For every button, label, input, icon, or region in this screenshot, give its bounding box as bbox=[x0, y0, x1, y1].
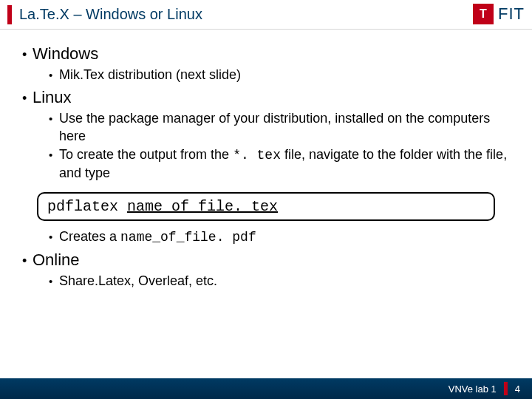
bullet-linux-cont: •Creates a name_of_file. pdf bbox=[22, 228, 510, 246]
bullet-dot: • bbox=[22, 254, 33, 267]
slide-title: La.Te.X – Windows or Linux bbox=[19, 6, 202, 23]
page-number: 4 bbox=[515, 383, 520, 395]
subbullet-text: Use the package manager of your distribu… bbox=[59, 110, 510, 145]
subbullet-miktex: •Mik.Tex distribution (next slide) bbox=[49, 66, 510, 83]
title-accent-bar bbox=[7, 5, 12, 24]
bullet-online-label: Online bbox=[33, 250, 80, 270]
subbullet-creates-pdf: •Creates a name_of_file. pdf bbox=[49, 228, 510, 246]
logo-letter: T bbox=[480, 7, 487, 21]
bullet-windows: •Windows •Mik.Tex distribution (next sli… bbox=[22, 44, 510, 83]
slide-footer: VNVe lab 1 4 bbox=[0, 378, 532, 399]
subbullet-create-output: •To create the output from the *. tex fi… bbox=[49, 146, 510, 182]
subbullet-text: Share.Latex, Overleaf, etc. bbox=[59, 273, 217, 290]
bullet-linux: •Linux •Use the package manager of your … bbox=[22, 88, 510, 182]
code-argument: name_of_file. tex bbox=[127, 198, 278, 215]
inline-code: *. tex bbox=[233, 148, 281, 163]
subbullet-text: Mik.Tex distribution (next slide) bbox=[59, 66, 241, 83]
inline-code: name_of_file. pdf bbox=[120, 230, 256, 245]
bullet-windows-label: Windows bbox=[33, 44, 98, 64]
slide-content: •Windows •Mik.Tex distribution (next sli… bbox=[0, 30, 532, 378]
bullet-dot: • bbox=[49, 230, 59, 245]
footer-separator bbox=[504, 382, 508, 395]
code-box: pdflatex name_of_file. tex bbox=[37, 192, 495, 221]
bullet-online: •Online •Share.Latex, Overleaf, etc. bbox=[22, 250, 510, 290]
footer-label: VNVe lab 1 bbox=[449, 383, 497, 395]
bullet-linux-label: Linux bbox=[33, 88, 72, 107]
bullet-dot: • bbox=[49, 274, 59, 289]
logo-red-square: T bbox=[473, 4, 494, 24]
bullet-dot: • bbox=[49, 112, 59, 126]
subbullet-online-services: •Share.Latex, Overleaf, etc. bbox=[49, 273, 510, 290]
subbullet-pkg-manager: •Use the package manager of your distrib… bbox=[49, 110, 510, 145]
bullet-dot: • bbox=[49, 148, 59, 163]
bullet-dot: • bbox=[49, 68, 59, 83]
bullet-dot: • bbox=[22, 48, 33, 61]
logo: T FIT bbox=[473, 4, 525, 24]
logo-text: FIT bbox=[498, 4, 525, 24]
bullet-dot: • bbox=[22, 92, 33, 105]
slide-header: La.Te.X – Windows or Linux T FIT bbox=[0, 0, 532, 30]
code-command: pdflatex bbox=[47, 198, 127, 215]
subbullet-text: To create the output from the *. tex fil… bbox=[59, 146, 510, 182]
subbullet-text: Creates a name_of_file. pdf bbox=[59, 228, 256, 246]
slide: La.Te.X – Windows or Linux T FIT •Window… bbox=[0, 0, 532, 399]
